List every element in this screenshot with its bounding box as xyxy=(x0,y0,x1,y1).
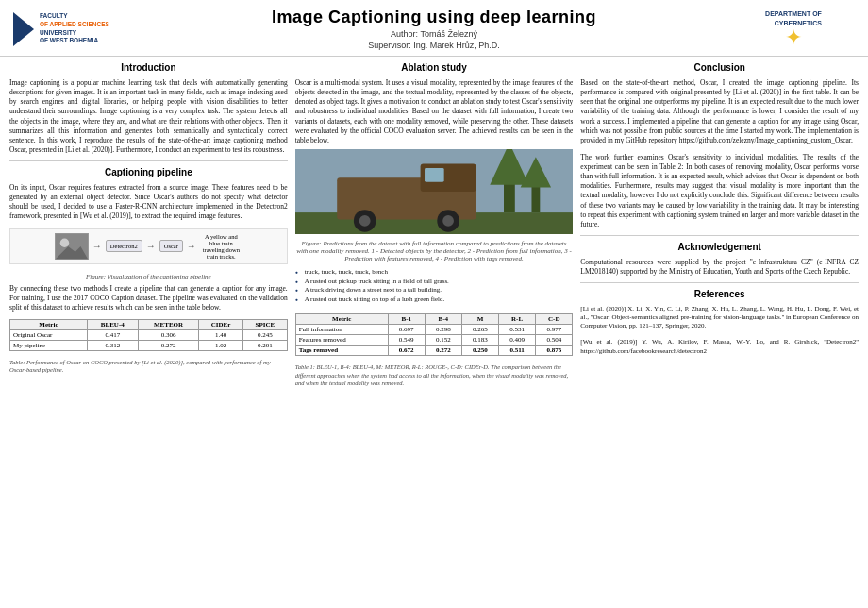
list-item: A truck driving down a street next to a … xyxy=(295,286,574,296)
conclusion-text-2: The work further examines Oscar's sensit… xyxy=(580,153,859,229)
page-title: Image Captioning using deep learning xyxy=(136,8,732,27)
header-center: Image Captioning using deep learning Aut… xyxy=(136,8,732,50)
department-name: DEPARTMENT OF CYBERNETICS xyxy=(765,9,822,26)
svg-point-8 xyxy=(359,215,370,227)
detectron2-box: Detectron2 xyxy=(106,240,142,252)
col-bleu4: BLEU-4 xyxy=(87,319,138,329)
col-spice: SPICE xyxy=(242,319,287,329)
logo-right: DEPARTMENT OF CYBERNETICS ✦ xyxy=(732,9,855,47)
references-title: References xyxy=(580,289,859,299)
author-line: Author: Tomáš Železný xyxy=(136,29,732,39)
intro-title: Introduction xyxy=(9,62,288,73)
logo-triangle-icon xyxy=(13,12,34,46)
list-item: truck, truck, truck, truck, bench xyxy=(295,268,574,278)
main-content: Introduction Image captioning is a popul… xyxy=(0,57,868,608)
table-row: Tags removed 0.672 0.272 0.250 0.511 0.8… xyxy=(295,346,573,356)
list-item: A rusted out truck sitting on top of a l… xyxy=(295,296,574,305)
col-b4: B-4 xyxy=(425,314,461,325)
reference-1: [Li et al. (2020)] X. Li, X. Yin, C. Li,… xyxy=(580,305,859,330)
ablation-table: Metric B-1 B-4 M R-L C-D Full informatio… xyxy=(295,313,574,356)
acknowledgement-text: Computational resources were supplied by… xyxy=(580,258,859,277)
logo-left: FACULTY OF APPLIED SCIENCES UNIVERSITY O… xyxy=(13,12,136,46)
column-2: Ablation study Oscar is a multi-modal sy… xyxy=(295,62,574,602)
output-caption: A yellow and blue train traveling down t… xyxy=(200,233,242,260)
divider-1 xyxy=(9,160,288,161)
table1-caption: Table: Performance of Oscar on COCO pres… xyxy=(9,359,288,375)
col-b1: B-1 xyxy=(388,314,425,325)
reference-2: [Wu et al. (2019)] Y. Wu, A. Kirilov, F.… xyxy=(580,338,859,355)
arrow-icon-2: → xyxy=(146,241,156,251)
col-meteor: METEOR xyxy=(138,319,198,329)
table-row: Full information 0.697 0.298 0.265 0.531… xyxy=(295,325,573,335)
col-metric: Metric xyxy=(10,319,88,329)
pipeline-fig-caption: Figure: Visualization of the captioning … xyxy=(9,273,288,280)
divider-3 xyxy=(580,282,859,283)
ablation-title: Ablation study xyxy=(295,62,574,73)
table2-caption: Table 1: BLEU-1, B-4: BLEU-4, M: METEOR,… xyxy=(295,363,574,387)
svg-rect-11 xyxy=(425,168,444,182)
performance-table: Metric BLEU-4 METEOR CIDEr SPICE Origina… xyxy=(9,319,288,351)
intro-text: Image captioning is a popular machine le… xyxy=(9,78,288,155)
svg-point-1 xyxy=(60,238,69,246)
table-row: My pipeline 0.312 0.272 1.02 0.201 xyxy=(10,340,288,350)
page: FACULTY OF APPLIED SCIENCES UNIVERSITY O… xyxy=(0,0,868,608)
star-icon: ✦ xyxy=(785,27,802,48)
pipeline-text-2: By connecting these two methods I create… xyxy=(9,284,288,312)
col-metric: Metric xyxy=(295,314,388,325)
pipeline-title: Captioning pipeline xyxy=(9,167,288,177)
input-image-icon xyxy=(55,233,89,260)
column-3: Conclusion Based on the state-of-the-art… xyxy=(580,62,859,602)
table-row: Features removed 0.549 0.152 0.183 0.409… xyxy=(295,335,573,346)
arrow-icon-3: → xyxy=(187,241,196,251)
university-name: FACULTY OF APPLIED SCIENCES UNIVERSITY O… xyxy=(40,12,109,45)
col-rl: R-L xyxy=(499,314,536,325)
svg-point-10 xyxy=(442,215,454,227)
list-item: A rusted out pickup truck sitting in a f… xyxy=(295,278,574,287)
pipeline-figure: → Detectron2 → Oscar → A yellow and blue… xyxy=(9,228,288,264)
photo-caption: Figure: Predictions from the dataset wit… xyxy=(295,240,574,262)
col-cd: C-D xyxy=(536,314,573,325)
arrow-icon-1: → xyxy=(92,241,102,251)
truck-photo xyxy=(295,149,574,234)
header: FACULTY OF APPLIED SCIENCES UNIVERSITY O… xyxy=(0,0,868,57)
supervisor-line: Supervisor: Ing. Marek Hrůz, Ph.D. xyxy=(136,41,732,50)
conclusion-title: Conclusion xyxy=(580,62,859,73)
oscar-box: Oscar xyxy=(159,240,183,252)
col-m: M xyxy=(461,314,498,325)
bullet-list: truck, truck, truck, truck, bench A rust… xyxy=(295,268,574,305)
pipeline-text-1: On its input, Oscar requires features ex… xyxy=(9,183,288,222)
acknowledgement-title: Acknowledgement xyxy=(580,242,859,252)
table-row: Original Oscar 0.417 0.306 1.40 0.245 xyxy=(10,329,288,340)
conclusion-text-1: Based on the state-of-the-art method, Os… xyxy=(580,78,859,145)
col-cider: CIDEr xyxy=(199,319,243,329)
ablation-text: Oscar is a multi-modal system. It uses a… xyxy=(295,78,574,145)
divider-2 xyxy=(580,235,859,236)
column-1: Introduction Image captioning is a popul… xyxy=(9,62,288,602)
